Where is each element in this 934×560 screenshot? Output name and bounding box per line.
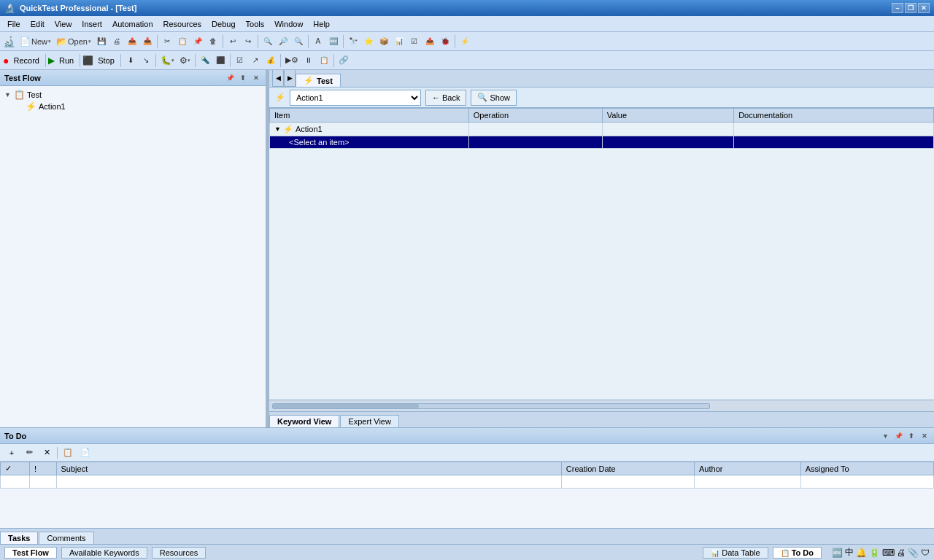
tree-item-test[interactable]: ▼ 📋 Test — [3, 89, 263, 101]
back-button[interactable]: ← Back — [425, 90, 466, 106]
status-testflow-tab[interactable]: Test Flow — [4, 547, 57, 559]
insert-output-button[interactable]: ↗ — [248, 53, 263, 68]
todo-copy-button[interactable]: 📋 — [61, 446, 75, 459]
print-button[interactable]: 🖨 — [109, 34, 124, 49]
maximize-button[interactable]: ❐ — [905, 3, 916, 13]
menu-file[interactable]: File — [3, 18, 25, 30]
minimize-button[interactable]: – — [892, 3, 903, 13]
menu-tools[interactable]: Tools — [242, 18, 269, 30]
find-button[interactable]: 🔍 — [260, 34, 275, 49]
repository-button[interactable]: 📦 — [377, 34, 391, 49]
row-operation-action1 — [468, 122, 602, 136]
copy-button[interactable]: 📋 — [175, 34, 190, 49]
repository-icon: 📦 — [379, 37, 388, 45]
todo-add-button[interactable]: + — [4, 446, 19, 459]
menu-view[interactable]: View — [50, 18, 77, 30]
stop-button[interactable]: Stop — [94, 53, 118, 68]
pause-button[interactable]: ⏸ — [301, 53, 316, 68]
find-replace-button[interactable]: 🔎 — [276, 34, 290, 49]
zoom-button[interactable]: 🔍 — [291, 34, 306, 49]
todo-delete-button[interactable]: ✕ — [39, 446, 54, 459]
stepinto-button[interactable]: ⬇ — [123, 53, 138, 68]
tab-nav-left[interactable]: ◀ — [272, 70, 284, 87]
delete-button[interactable]: 🗑 — [206, 34, 220, 49]
print-status-icon: 🖨 — [897, 548, 906, 558]
font-button[interactable]: 🔤 — [326, 34, 341, 49]
menu-resources[interactable]: Resources — [159, 18, 207, 30]
tasks-tab[interactable]: Tasks — [0, 532, 38, 544]
app-logo-icon: 🔬 — [3, 36, 15, 47]
scrollbar-thumb[interactable] — [273, 404, 419, 408]
defects-button[interactable]: 🐞 — [438, 34, 452, 49]
comments-tab[interactable]: Comments — [39, 532, 93, 544]
expert-view-tab[interactable]: Expert View — [340, 415, 399, 427]
keyword-view-tab[interactable]: Keyword View — [269, 415, 339, 427]
scrollbar-track[interactable] — [272, 403, 710, 409]
import-button[interactable]: 📥 — [140, 34, 155, 49]
todo-edit-button[interactable]: ✏ — [22, 446, 36, 459]
toolbar-2: ● Record ▶ Run ⬛ Stop ⬇ ↘ 🐛 ▾ ⚙ ▾ 🔦 ⬛ ☑ … — [0, 51, 934, 70]
row-value-select — [602, 136, 733, 148]
datatable-button[interactable]: 📊 — [392, 34, 406, 49]
menu-automation[interactable]: Automation — [108, 18, 158, 30]
h-scrollbar[interactable] — [269, 400, 934, 411]
run-button[interactable]: Run — [55, 53, 77, 68]
redo-button[interactable]: ↪ — [241, 34, 255, 49]
table-row[interactable]: ▼ ⚡ Action1 — [270, 122, 934, 136]
panel-pin-button[interactable]: 📌 — [225, 73, 235, 83]
export-button[interactable]: 📤 — [125, 34, 139, 49]
show-button[interactable]: 🔍 Show — [471, 90, 517, 106]
panel-close-button[interactable]: ✕ — [251, 73, 261, 83]
highlight2-button[interactable]: 🔦 — [198, 53, 212, 68]
todo-paste-button[interactable]: 📄 — [78, 446, 93, 459]
status-datatable-tab[interactable]: 📊 Data Table — [703, 547, 768, 559]
insert-transaction-button[interactable]: 💰 — [263, 53, 278, 68]
paste-button[interactable]: 📌 — [190, 34, 205, 49]
main-tab-test[interactable]: ⚡ Test — [296, 74, 341, 87]
tree-item-action1[interactable]: ⚡ Action1 — [15, 101, 263, 112]
menu-insert[interactable]: Insert — [77, 18, 107, 30]
stepover-button[interactable]: ↘ — [139, 53, 153, 68]
insert-checkpoint-button[interactable]: ☑ — [233, 53, 247, 68]
todo-pin-btn[interactable]: 📌 — [893, 431, 903, 441]
more-button[interactable]: ⚡ — [458, 34, 472, 49]
tasks-label: Tasks — [8, 534, 30, 542]
find-replace-icon: 🔎 — [279, 37, 287, 45]
open-label: Open — [68, 37, 88, 46]
save-button[interactable]: 💾 — [94, 34, 109, 49]
record-button[interactable]: Record — [9, 53, 42, 68]
highlight-button[interactable]: ⭐ — [361, 34, 376, 49]
status-todo-tab[interactable]: 📋 To Do — [773, 547, 822, 559]
menu-edit[interactable]: Edit — [26, 18, 49, 30]
options-dropdown-button[interactable]: ⚙ ▾ — [177, 53, 193, 68]
panel-float-button[interactable]: ⬆ — [238, 73, 248, 83]
todo-close-btn[interactable]: ✕ — [919, 431, 930, 441]
status-keywords-tab[interactable]: Available Keywords — [61, 547, 147, 559]
new-button[interactable]: 📄 New ▾ — [18, 34, 53, 49]
identify-button[interactable]: ⬛ — [213, 53, 228, 68]
undo-button[interactable]: ↩ — [225, 34, 240, 49]
back-label: Back — [442, 93, 460, 102]
menu-window[interactable]: Window — [270, 18, 307, 30]
checkpoint-button[interactable]: ☑ — [407, 34, 422, 49]
tab-nav-right[interactable]: ▶ — [284, 70, 296, 87]
todo-float-btn[interactable]: ⬆ — [906, 431, 916, 441]
menu-help[interactable]: Help — [309, 18, 334, 30]
open-button[interactable]: 📂 Open ▾ — [54, 34, 93, 49]
todo-col-author: Author — [695, 462, 801, 475]
status-resources-tab[interactable]: Resources — [152, 547, 207, 559]
output-button[interactable]: 📤 — [422, 34, 437, 49]
text-button[interactable]: A — [311, 34, 325, 49]
export-icon: 📤 — [128, 37, 136, 45]
run-settings-button[interactable]: ▶⚙ — [283, 53, 301, 68]
cut-button[interactable]: ✂ — [160, 34, 174, 49]
alm-button[interactable]: 🔗 — [336, 53, 351, 68]
todo-dropdown-btn[interactable]: ▾ — [880, 431, 890, 441]
menu-debug[interactable]: Debug — [207, 18, 239, 30]
show-results-button[interactable]: 📋 — [317, 53, 331, 68]
spy-button[interactable]: 🔭 — [346, 34, 360, 49]
action-dropdown[interactable]: Action1 — [290, 90, 421, 106]
debug-dropdown-button[interactable]: 🐛 ▾ — [158, 53, 177, 68]
table-row[interactable]: <Select an item> — [270, 136, 934, 148]
close-button[interactable]: ✕ — [918, 3, 930, 13]
